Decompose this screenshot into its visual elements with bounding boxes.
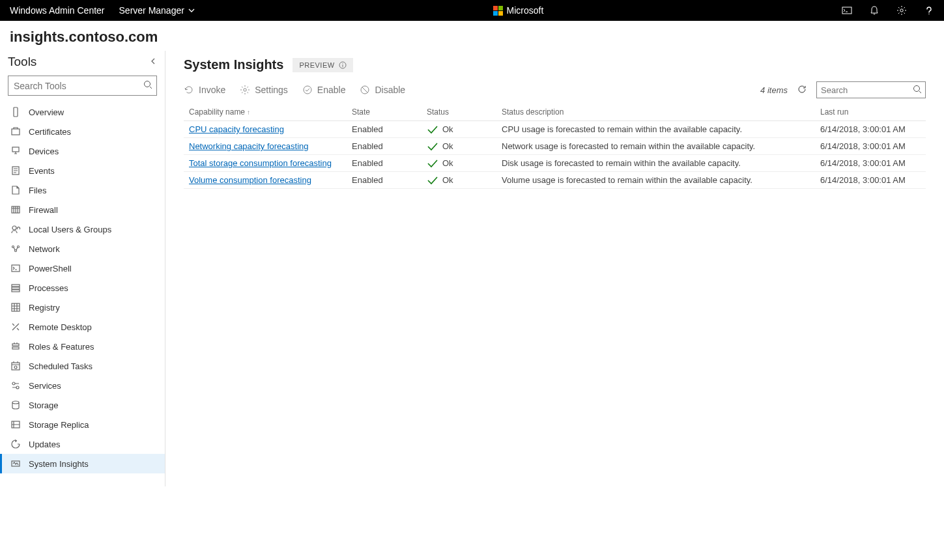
col-status[interactable]: Status xyxy=(422,104,496,121)
sidebar-item-processes[interactable]: Processes xyxy=(0,278,165,298)
sidebar-item-label: Roles & Features xyxy=(29,342,94,352)
sidebar-search-input[interactable] xyxy=(8,76,157,96)
checkmark-icon xyxy=(427,176,438,185)
context-dropdown[interactable]: Server Manager xyxy=(119,5,195,16)
nav-icon xyxy=(10,400,21,410)
col-capability-name[interactable]: Capability name↑ xyxy=(184,104,347,121)
nav-icon xyxy=(10,380,21,391)
invoke-button[interactable]: Invoke xyxy=(184,85,225,95)
invoke-label: Invoke xyxy=(199,85,225,95)
nav-icon xyxy=(10,458,21,469)
svg-rect-0 xyxy=(842,7,851,14)
sidebar-item-label: Registry xyxy=(29,303,60,313)
brand: Microsoft xyxy=(195,5,842,16)
console-icon[interactable] xyxy=(842,5,852,16)
sidebar-item-powershell[interactable]: PowerShell xyxy=(0,259,165,278)
nav-icon xyxy=(10,439,21,449)
settings-icon[interactable] xyxy=(896,5,907,16)
last-run-cell: 6/14/2018, 3:00:01 AM xyxy=(815,172,926,189)
status-cell: Ok xyxy=(427,158,491,168)
sidebar-item-events[interactable]: Events xyxy=(0,161,165,180)
enable-button[interactable]: Enable xyxy=(302,85,346,95)
state-cell: Enabled xyxy=(347,121,422,138)
sidebar-search[interactable] xyxy=(8,76,157,96)
status-cell: Ok xyxy=(427,175,491,185)
table-row[interactable]: Volume consumption forecasting Enabled O… xyxy=(184,172,926,189)
sidebar-item-scheduled-tasks[interactable]: Scheduled Tasks xyxy=(0,356,165,376)
sidebar-item-overview[interactable]: Overview xyxy=(0,102,165,122)
topbar: Windows Admin Center Server Manager Micr… xyxy=(0,0,944,21)
capability-link[interactable]: Volume consumption forecasting xyxy=(189,175,311,185)
svg-rect-5 xyxy=(12,147,19,152)
nav-icon xyxy=(10,165,21,176)
capability-link[interactable]: Networking capacity forecasting xyxy=(189,141,309,151)
disable-button[interactable]: Disable xyxy=(360,85,405,95)
sidebar-item-files[interactable]: Files xyxy=(0,180,165,200)
nav-icon xyxy=(10,185,21,195)
svg-point-21 xyxy=(12,382,15,385)
check-circle-icon xyxy=(302,85,313,95)
svg-point-27 xyxy=(304,86,311,94)
table-row[interactable]: CPU capacity forecasting Enabled Ok CPU … xyxy=(184,121,926,138)
sidebar-item-storage[interactable]: Storage xyxy=(0,395,165,415)
table-row[interactable]: Total storage consumption forecasting En… xyxy=(184,155,926,172)
sidebar-item-local-users-groups[interactable]: Local Users & Groups xyxy=(0,219,165,239)
nav-icon xyxy=(10,263,21,273)
enable-label: Enable xyxy=(317,85,346,95)
col-last-run[interactable]: Last run xyxy=(815,104,926,121)
table-row[interactable]: Networking capacity forecasting Enabled … xyxy=(184,138,926,155)
nav-icon xyxy=(10,419,21,430)
sidebar-item-label: System Insights xyxy=(29,459,89,469)
svg-point-8 xyxy=(12,226,16,230)
sidebar-item-label: Services xyxy=(29,381,61,391)
table-search-input[interactable] xyxy=(816,81,926,98)
sidebar-collapse-button[interactable] xyxy=(149,57,157,67)
checkmark-icon xyxy=(427,125,438,134)
sidebar-item-label: Network xyxy=(29,244,60,254)
nav-icon xyxy=(10,361,21,371)
table-search[interactable] xyxy=(816,81,926,98)
col-state[interactable]: State xyxy=(347,104,422,121)
refresh-button[interactable] xyxy=(797,84,807,96)
sidebar-item-remote-desktop[interactable]: Remote Desktop xyxy=(0,317,165,337)
invoke-icon xyxy=(184,85,194,95)
sidebar-item-label: Overview xyxy=(29,107,64,117)
sidebar-item-roles-features[interactable]: Roles & Features xyxy=(0,337,165,356)
capability-link[interactable]: Total storage consumption forecasting xyxy=(189,158,332,168)
gear-icon xyxy=(240,85,250,95)
svg-point-22 xyxy=(16,386,19,389)
notifications-icon[interactable] xyxy=(869,5,880,16)
page-title: System Insights xyxy=(184,57,283,72)
nav-icon xyxy=(10,341,21,352)
svg-point-26 xyxy=(244,89,246,91)
sidebar-nav: OverviewCertificatesDevicesEventsFilesFi… xyxy=(0,102,165,473)
preview-badge: PREVIEW xyxy=(293,58,352,72)
sidebar-item-devices[interactable]: Devices xyxy=(0,141,165,161)
chevron-down-icon xyxy=(188,7,195,14)
sidebar-item-system-insights[interactable]: System Insights xyxy=(0,454,165,473)
last-run-cell: 6/14/2018, 3:00:01 AM xyxy=(815,121,926,138)
settings-button[interactable]: Settings xyxy=(240,85,288,95)
status-cell: Ok xyxy=(427,141,491,151)
nav-icon xyxy=(10,244,21,254)
col-status-description[interactable]: Status description xyxy=(496,104,815,121)
state-cell: Enabled xyxy=(347,172,422,189)
sidebar-item-firewall[interactable]: Firewall xyxy=(0,200,165,219)
sidebar-item-label: Storage Replica xyxy=(29,420,89,430)
nav-icon xyxy=(10,302,21,313)
brand-label: Microsoft xyxy=(507,5,544,16)
sidebar-item-registry[interactable]: Registry xyxy=(0,298,165,317)
sidebar-item-services[interactable]: Services xyxy=(0,376,165,395)
svg-rect-14 xyxy=(12,287,20,289)
capability-link[interactable]: CPU capacity forecasting xyxy=(189,124,284,134)
microsoft-logo-icon xyxy=(493,6,503,16)
last-run-cell: 6/14/2018, 3:00:01 AM xyxy=(815,155,926,172)
sidebar-item-storage-replica[interactable]: Storage Replica xyxy=(0,415,165,434)
nav-icon xyxy=(10,283,21,293)
sidebar-item-network[interactable]: Network xyxy=(0,239,165,259)
help-icon[interactable] xyxy=(924,5,934,16)
sidebar-item-certificates[interactable]: Certificates xyxy=(0,122,165,141)
sidebar-item-updates[interactable]: Updates xyxy=(0,434,165,454)
sidebar-item-label: Processes xyxy=(29,283,68,293)
svg-rect-4 xyxy=(12,129,20,135)
